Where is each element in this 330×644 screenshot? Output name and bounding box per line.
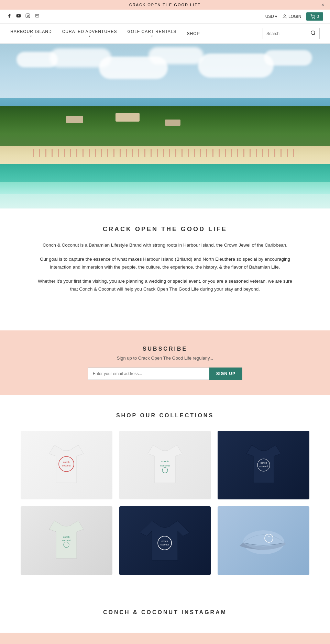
main-paragraph-2: Our goal is to capture the essence of wh… xyxy=(36,256,294,271)
subscribe-email-input[interactable] xyxy=(88,368,209,380)
product-image: C&C xyxy=(238,518,289,563)
product-card[interactable]: conch coconut xyxy=(119,506,211,575)
nav-label-curated-adventures: CURATED ADVENTURES xyxy=(62,29,117,34)
svg-text:conch: conch xyxy=(161,460,168,463)
instagram-title: CONCH & COCONUT INSTAGRAM xyxy=(21,609,309,615)
svg-point-6 xyxy=(311,31,315,35)
chevron-down-icon: ▾ xyxy=(89,35,90,38)
instagram-section: CONCH & COCONUT INSTAGRAM xyxy=(0,592,330,633)
svg-text:C&C: C&C xyxy=(266,535,271,538)
products-grid: conch coconut conch coconut conch coconu… xyxy=(21,431,309,575)
subscribe-form: SIGN UP xyxy=(88,368,242,380)
navigation: HARBOUR ISLAND ▾ CURATED ADVENTURES ▾ GO… xyxy=(0,24,330,44)
currency-label: USD xyxy=(265,14,274,19)
svg-text:coconut: coconut xyxy=(62,539,71,542)
shop-section: SHOP OUR COLLECTIONS conch coconut conch… xyxy=(0,395,330,592)
svg-text:conch: conch xyxy=(260,462,267,464)
product-card[interactable]: conch coconut xyxy=(21,431,112,499)
product-card[interactable]: conch coconut xyxy=(119,431,211,499)
search-box[interactable] xyxy=(263,28,320,39)
subscribe-section: SUBSCRIBE Sign up to Crack Open The Good… xyxy=(0,330,330,395)
main-paragraph-1: Conch & Coconut is a Bahamian Lifestyle … xyxy=(36,241,294,249)
announcement-close[interactable]: × xyxy=(321,2,325,8)
svg-line-7 xyxy=(314,34,315,35)
email-icon[interactable] xyxy=(34,14,40,19)
main-content: CRACK OPEN THE GOOD LIFE Conch & Coconut… xyxy=(0,208,330,330)
svg-point-3 xyxy=(284,15,286,16)
product-image: conch coconut xyxy=(241,438,286,492)
shop-title: SHOP OUR COLLECTIONS xyxy=(21,413,309,419)
subscribe-text: Sign up to Crack Open The Good Life regu… xyxy=(28,355,302,361)
facebook-icon[interactable] xyxy=(7,13,12,20)
search-input[interactable] xyxy=(266,31,308,36)
hero-image xyxy=(0,44,330,208)
footer-subscribe-section: SUBSCRIBE Sign up to Crack Open The Good… xyxy=(0,633,330,644)
main-paragraph-3: Whether it's your first time visiting, y… xyxy=(36,278,294,293)
announcement-bar: CRACK OPEN THE GOOD LIFE × xyxy=(0,0,330,10)
svg-text:coconut: coconut xyxy=(161,543,169,546)
announcement-text: CRACK OPEN THE GOOD LIFE xyxy=(129,3,201,7)
product-card[interactable]: conch coconut xyxy=(218,431,309,499)
product-image: conch coconut xyxy=(44,438,89,492)
youtube-icon[interactable] xyxy=(16,13,21,20)
cart-count: 0 xyxy=(317,14,319,19)
svg-point-4 xyxy=(312,18,312,19)
svg-text:coconut: coconut xyxy=(160,464,170,467)
login-label: LOGIN xyxy=(288,14,301,19)
svg-text:conch: conch xyxy=(162,540,168,542)
nav-label-golf-cart-rentals: GOLF CART RENTALS xyxy=(127,29,176,34)
svg-text:coconut: coconut xyxy=(62,464,71,467)
nav-item-shop[interactable]: SHOP xyxy=(187,31,200,36)
nav-item-harbour-island[interactable]: HARBOUR ISLAND ▾ xyxy=(10,29,52,38)
nav-item-golf-cart-rentals[interactable]: GOLF CART RENTALS ▾ xyxy=(127,29,176,38)
social-bar: USD ▾ LOGIN 0 xyxy=(0,10,330,24)
main-title: CRACK OPEN THE GOOD LIFE xyxy=(28,226,302,233)
product-card[interactable]: C&C xyxy=(218,506,309,575)
currency-chevron: ▾ xyxy=(275,14,277,19)
cart-button[interactable]: 0 xyxy=(306,12,323,21)
top-right-actions: USD ▾ LOGIN 0 xyxy=(265,12,323,21)
subscribe-button[interactable]: SIGN UP xyxy=(209,368,242,380)
currency-selector[interactable]: USD ▾ xyxy=(265,14,277,19)
chevron-down-icon: ▾ xyxy=(151,35,153,38)
social-icons xyxy=(7,13,40,20)
product-card[interactable]: conch coconut xyxy=(21,506,112,575)
nav-links: HARBOUR ISLAND ▾ CURATED ADVENTURES ▾ GO… xyxy=(10,29,200,38)
svg-point-5 xyxy=(314,18,315,19)
product-image: conch coconut xyxy=(44,514,89,567)
svg-text:conch: conch xyxy=(63,536,70,538)
product-image: conch coconut xyxy=(143,438,187,492)
nav-label-shop: SHOP xyxy=(187,31,200,36)
instagram-icon[interactable] xyxy=(25,13,30,20)
nav-label-harbour-island: HARBOUR ISLAND xyxy=(10,29,52,34)
svg-text:conch: conch xyxy=(63,461,70,463)
svg-rect-1 xyxy=(26,14,30,18)
chevron-down-icon: ▾ xyxy=(30,35,32,38)
svg-text:coconut: coconut xyxy=(259,465,268,467)
search-button[interactable] xyxy=(310,30,316,37)
nav-item-curated-adventures[interactable]: CURATED ADVENTURES ▾ xyxy=(62,29,117,38)
subscribe-title: SUBSCRIBE xyxy=(28,346,302,352)
product-image: conch coconut xyxy=(138,514,191,567)
login-link[interactable]: LOGIN xyxy=(282,14,301,19)
